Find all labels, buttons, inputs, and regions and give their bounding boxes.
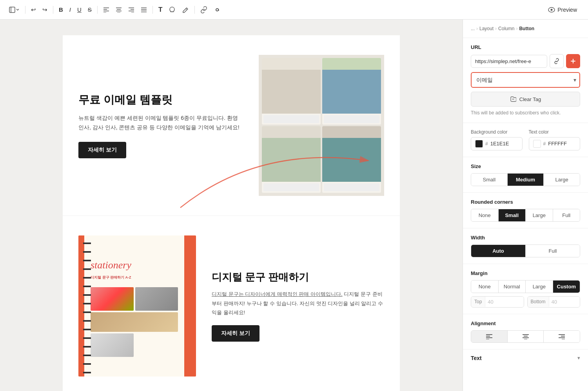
url-input-row [471,54,580,68]
size-section: Size Small Medium Large [463,157,588,193]
bg-color-swatch [475,140,483,148]
section-2-body: 디지털 문구는 디자이너에게 매력적인 판매 아이템입니다. 디지털 문구 준비… [212,290,384,317]
section-2-image: stationery 디지털 문구 판매하기 A-Z [78,235,196,377]
canvas-area: 무료 이메일 템플릿 뉴트럴 색감이 예쁜 세련된 이메일 템플릿 6종이 무료… [0,20,463,391]
alignment-section: Alignment [463,314,588,349]
url-input[interactable] [471,55,547,68]
align-right-btn[interactable] [126,5,137,14]
margin-top-input[interactable] [485,297,524,307]
nb-img-wide [91,312,178,332]
mock-email-cell-2 [322,58,381,125]
rounded-section: Rounded corners None Small Large Full [463,193,588,228]
text-color-swatch [533,140,541,148]
clear-tag-button[interactable]: Clear Tag [471,92,580,107]
text-color-swatch-row[interactable]: # FFFFFF [529,137,581,150]
preview-btn[interactable]: Preview [543,4,582,15]
margin-normal-btn[interactable]: Normal [499,281,526,293]
chevron-down-icon: ▾ [577,355,580,361]
notebook-images [91,287,178,357]
text-color-group: Text color # FFFFFF [529,129,581,150]
main-layout: 무료 이메일 템플릿 뉴트럴 색감이 예쁜 세련된 이메일 템플릿 6종이 무료… [0,20,588,391]
section-2: stationery 디지털 문구 판매하기 A-Z 디지털 문구 판매하기 [63,215,400,391]
margin-bottom-input[interactable] [549,297,580,307]
size-large-btn[interactable]: Large [544,174,580,186]
breadcrumb-layout[interactable]: Layout [479,26,494,31]
bold-btn[interactable]: B [56,5,65,14]
section-1-cta-button[interactable]: 자세히 보기 [78,142,126,158]
mock-email-cell-4 [322,126,381,193]
align-center-btn[interactable] [113,5,124,14]
email-block: 무료 이메일 템플릿 뉴트럴 색감이 예쁜 세련된 이메일 템플릿 6종이 무료… [63,35,400,391]
clear-tag-icon [510,96,516,102]
notebook-inner: stationery 디지털 문구 판매하기 A-Z [84,235,184,377]
margin-label: Margin [471,270,580,276]
mock-email-cell-1-img [262,70,321,114]
strikethrough-btn[interactable]: S [85,5,94,14]
width-auto-btn[interactable]: Auto [471,245,526,257]
rounded-full-btn[interactable]: Full [553,209,580,221]
clear-tag-label: Clear Tag [519,96,541,102]
bg-color-swatch-row[interactable]: # 1E1E1E [471,137,523,150]
section-1-body: 뉴트럴 색감이 예쁜 세련된 이메일 템플릿 6종이 무료입니다. 환영 인사,… [78,114,243,132]
italic-btn[interactable]: I [67,5,73,14]
breadcrumb-column[interactable]: Column [498,26,514,31]
margin-none-btn[interactable]: None [471,281,499,293]
mock-email-cell-3-header [262,126,321,138]
align-right-panel-btn[interactable] [544,331,580,342]
at-btn[interactable] [211,5,223,15]
rounded-small-btn[interactable]: Small [499,209,526,221]
select-tool-btn[interactable] [6,5,22,15]
mock-email-cell-4-header [322,126,381,138]
underline-btn[interactable]: U [75,5,84,14]
url-link-btn[interactable] [550,54,564,68]
undo-btn[interactable]: ↩ [29,5,38,15]
notebook-spiral [83,235,91,377]
url-action-btn[interactable] [566,54,580,68]
pen-btn[interactable] [180,5,191,15]
rounded-large-btn[interactable]: Large [526,209,553,221]
paint-btn[interactable] [166,5,178,15]
mock-email-cell-3-footer [263,183,319,191]
breadcrumb-dots: ... [471,26,475,31]
align-left-panel-btn[interactable] [471,331,508,342]
margin-bottom-label: Bottom [528,297,549,307]
mock-email-cell-2-header [322,58,381,70]
redo-btn[interactable]: ↪ [40,5,50,15]
svg-point-22 [551,9,553,11]
section-2-cta-button[interactable]: 자세히 보기 [212,325,260,342]
link-btn[interactable] [198,5,210,15]
divider-3 [97,6,98,14]
align-justify-btn[interactable] [138,5,149,14]
notebook-subtitle: 디지털 문구 판매하기 A-Z [91,275,178,280]
text-section-label: Text [471,355,482,361]
width-btn-group: Auto Full [471,244,580,257]
align-left-btn[interactable] [101,5,112,14]
mock-email-cell-1-header [262,58,321,70]
align-center-panel-btn[interactable] [508,331,544,342]
rounded-none-btn[interactable]: None [471,209,499,221]
divider-5 [194,6,195,14]
nb-img-person [135,287,178,311]
text-section-header[interactable]: Text ▾ [463,349,588,367]
notebook-title: stationery [91,259,178,271]
width-full-btn[interactable]: Full [526,245,580,257]
color-row: Background color # 1E1E1E Text color # F… [471,129,580,150]
mock-email-cell-4-footer [324,183,379,191]
toolbar: ↩ ↪ B I U S T Preview [0,0,588,20]
mock-email-cell-1 [262,58,321,125]
margin-large-btn[interactable]: Large [526,281,553,293]
tag-select[interactable]: 이메일 [471,72,580,88]
breadcrumb: ... › Layout › Column › Button [463,20,588,38]
margin-custom-btn[interactable]: Custom [553,281,580,293]
margin-bottom-group: Bottom px [527,296,581,308]
section-1-title: 무료 이메일 템플릿 [78,92,243,107]
size-medium-btn[interactable]: Medium [508,174,544,186]
align-btn-group [471,330,580,343]
size-small-btn[interactable]: Small [471,174,508,186]
alignment-label: Alignment [471,320,580,326]
mock-email-grid [259,55,384,196]
right-panel: ... › Layout › Column › Button URL [463,20,588,391]
section-2-text: 디지털 문구 판매하기 디지털 문구는 디자이너에게 매력적인 판매 아이템입니… [212,270,384,341]
text-btn[interactable]: T [156,4,165,15]
breadcrumb-button[interactable]: Button [519,26,534,31]
